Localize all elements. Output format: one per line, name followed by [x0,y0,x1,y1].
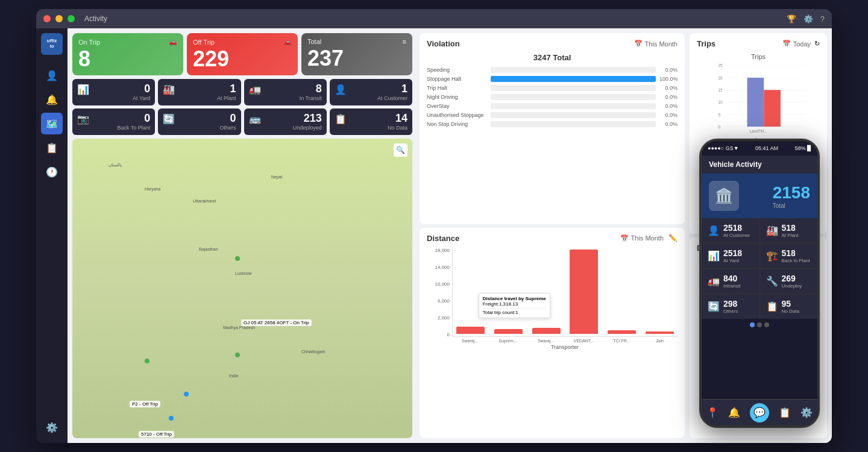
maximize-button[interactable] [68,15,75,22]
distance-x-labels: Swaraj... Suprem... Swaraj... VEDANT... … [452,337,678,343]
mobile-at-plant-val: 518 [782,223,799,233]
map-label-india: India [229,374,238,378]
no-data-icon: 📋 [335,113,347,125]
sidebar-item-list[interactable]: 📋 [41,137,63,159]
tooltip-count: Total trip count:1 [483,308,546,315]
distance-title: Distance [427,234,459,243]
left-panel: On Trip 🚗 8 Off Trip 🚗 229 [68,28,417,443]
svg-text:15: 15 [719,88,723,92]
mobile-status-bar: ●●●●○ GS▼ 05:41 AM 58% ▉ [702,141,817,155]
mobile-intransit[interactable]: 🚛 840 Intransit [702,269,760,293]
map-pin-2[interactable] [145,359,149,363]
sidebar-item-bell[interactable]: 🔔 [41,89,63,110]
mobile-no-data[interactable]: 📋 95 No Data [760,294,818,319]
distance-bars: Distance travel by Supreme Freight:1,318… [452,248,678,337]
mobile-others-label: Others [723,309,738,314]
others-value: 0 [230,112,236,125]
dist-bar-supreme[interactable]: Distance travel by Supreme Freight:1,318… [491,329,526,334]
mobile-title: Vehicle Activity [702,155,817,174]
on-trip-card[interactable]: On Trip 🚗 8 [72,33,183,75]
mobile-hero: 🏛️ 2158 Total [702,174,817,218]
distance-period[interactable]: 📅 This Month [620,234,664,242]
at-customer-icon: 👤 [335,84,347,95]
trips-header: Trips 📅 Today ↻ [697,39,820,48]
sidebar-item-map[interactable]: 🗺️ [41,113,63,134]
mobile-at-yard-val: 2518 [723,248,742,258]
off-trip-value: 229 [193,48,292,70]
trips-period[interactable]: 📅 Today [782,40,811,48]
undeployed-icon: 🚌 [249,113,261,125]
violation-section: Violation 📅 This Month 3247 Total Speedi… [420,33,685,224]
mobile-no-data-label: No Data [782,309,799,314]
mobile-nav-bell[interactable]: 🔔 [728,407,740,418]
titlebar: Activity 🏆 ⚙️ ? [36,9,832,28]
pagination-dot-2[interactable] [764,322,769,327]
svg-text:25: 25 [719,63,723,67]
in-transit-card[interactable]: 🚛 8 In Transit [244,79,327,105]
sidebar-item-users[interactable]: 👤 [41,64,63,86]
no-data-card[interactable]: 📋 14 No Data [330,108,412,135]
mobile-at-customer-label: At Customer [723,233,750,238]
map-label-nepal: Nepal [271,175,282,179]
app-logo[interactable]: uffizio [41,33,63,55]
mobile-nav-settings[interactable]: ⚙️ [800,407,813,418]
mobile-at-yard-label: At Yard [723,258,742,263]
total-icon: ≡ [403,38,406,45]
mobile-at-customer[interactable]: 👤 2518 At Customer [702,218,760,243]
sidebar-item-settings[interactable]: ⚙️ [41,416,63,438]
mobile-nav-chat[interactable]: 💬 [750,403,769,422]
off-trip-card[interactable]: Off Trip 🚗 229 [187,33,298,75]
mobile-at-yard[interactable]: 📊 2518 At Yard [702,243,760,268]
settings-icon[interactable]: ⚙️ [804,14,813,24]
minimize-button[interactable] [55,15,63,22]
close-button[interactable] [43,15,51,22]
violation-row-stoppage-halt: Stoppage Halt 100.0% [427,76,678,82]
mobile-undeploy-label: Undeploy [782,283,802,289]
map-pin-5[interactable] [235,353,240,357]
mobile-nav-list[interactable]: 📋 [779,407,791,418]
map-label-chhattisgarh: Chhattisgarh [301,350,326,354]
trips-chart-title: Trips [697,53,820,60]
violation-label-stoppage-halt: Stoppage Halt [427,76,487,82]
undeployed-card[interactable]: 🚌 213 Undeployed [244,108,327,135]
at-customer-card[interactable]: 👤 1 At Customer [330,79,412,105]
mobile-at-plant-label: At Plant [782,233,799,238]
pagination-dot-active[interactable] [750,322,755,327]
mobile-signal: ●●●●○ GS▼ [708,145,739,151]
back-to-plant-card[interactable]: 📷 0 Back To Plant [72,108,155,135]
violation-header: Violation 📅 This Month [427,39,678,48]
off-trip-icon: 🚗 [283,38,292,46]
mobile-nav-map[interactable]: 📍 [706,407,719,418]
map-label-mp: Madhya Pradesh [223,325,255,330]
mobile-undeploy[interactable]: 🔧 269 Undeploy [760,269,818,293]
violation-row-nonstop: Non Stop Driving 0.0% [427,121,678,127]
help-icon[interactable]: ? [820,14,825,24]
sidebar-item-clock[interactable]: 🕐 [41,161,63,183]
violation-period[interactable]: 📅 This Month [634,40,678,48]
map-pin-1[interactable] [235,256,240,261]
violation-row-night-driving: Night Driving 0.0% [427,94,678,100]
at-customer-value: 1 [401,83,407,95]
trophy-icon[interactable]: 🏆 [787,14,796,24]
svg-text:0: 0 [719,125,721,129]
violation-row-trip-halt: Trip Halt 0.0% [427,85,678,91]
at-yard-card[interactable]: 📊 0 At Yard [72,79,155,105]
distance-edit-icon[interactable]: ✏️ [668,234,678,242]
in-transit-value: 8 [316,83,322,95]
map-pin-3[interactable] [184,392,189,397]
map-pin-4[interactable] [169,416,174,421]
map-search-button[interactable]: 🔍 [394,143,407,157]
mobile-others[interactable]: 🔄 298 Others [702,294,760,319]
map-container[interactable]: پاکستان Haryana Uttarakhand Nepal Rajast… [72,139,412,438]
at-plant-card[interactable]: 🏭 1 At Plant [158,79,241,105]
mobile-back-to-plant[interactable]: 🏗️ 518 Back to Plant [760,243,818,268]
on-trip-label: On Trip [78,39,100,46]
pagination-dot-1[interactable] [757,322,762,327]
at-plant-label: At Plant [217,95,236,101]
violation-label-overstay: OverStay [427,103,487,109]
mobile-at-plant[interactable]: 🏭 518 At Plant [760,218,818,243]
trips-refresh-icon[interactable]: ↻ [814,40,820,48]
total-card[interactable]: Total ≡ 237 [301,33,412,75]
mobile-time: 05:41 AM [755,145,778,151]
others-card[interactable]: 🔄 0 Others [158,108,241,135]
